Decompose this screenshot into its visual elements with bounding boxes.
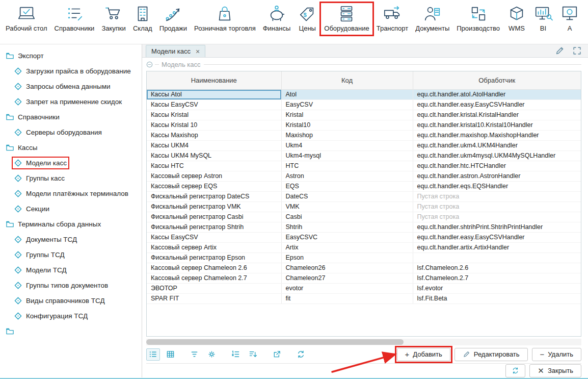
cell-code[interactable]: Maxishop	[281, 130, 413, 140]
table-row[interactable]: Кассы Kristal Kristal equ.clt.handler.kr…	[147, 110, 581, 120]
table-row[interactable]: Кассы UKM4 Ukm4 equ.clt.handler.ukm4.UKM…	[147, 140, 581, 150]
cell-handler[interactable]: equ.clt.handler.shtrihPrint.ShtrihPrintH…	[413, 222, 581, 232]
cell-handler[interactable]: lsf.Chameleon.2.7	[413, 273, 581, 283]
nav-item-sales[interactable]: Продажи	[156, 3, 191, 35]
edit-button[interactable]: Редактировать	[455, 348, 528, 361]
delete-button[interactable]: − Удалить	[532, 348, 581, 361]
nav-item-equipment[interactable]: Оборудование	[320, 3, 372, 35]
cell-handler[interactable]: equ.clt.handler.htc.HTCHandler	[413, 161, 581, 171]
cell-handler[interactable]: Пустая строка	[413, 191, 581, 201]
table-row[interactable]: Кассовый сервер Chameleon 2.6 Chameleon2…	[147, 263, 581, 273]
cell-name[interactable]: Кассы Atol	[147, 89, 281, 99]
grid-view-icon[interactable]	[164, 348, 177, 361]
cell-name[interactable]: Фискальный регистратор Casbi	[147, 212, 281, 222]
cell-code[interactable]: Astron	[281, 171, 413, 181]
cell-handler[interactable]: equ.clt.handler.atol.AtolHandler	[413, 89, 581, 99]
cell-code[interactable]: Artix	[281, 242, 413, 252]
cell-name[interactable]: Кассовый сервер Chameleon 2.7	[147, 273, 281, 283]
cell-name[interactable]: Кассы Kristal 10	[147, 120, 281, 130]
sidebar-item[interactable]: Справочники	[0, 109, 142, 124]
table-row[interactable]: Кассы HTC HTC equ.clt.handler.htc.HTCHan…	[147, 161, 581, 171]
nav-item-purchases[interactable]: Закупки	[98, 3, 129, 35]
table-row[interactable]: Фискальный регистратор Casbi Casbi Пуста…	[147, 212, 581, 222]
cell-name[interactable]: SPAR FIT	[147, 293, 281, 304]
nav-item-documents[interactable]: Документы	[412, 3, 453, 35]
sidebar-item[interactable]: Секции	[0, 201, 142, 216]
cell-code[interactable]: EasyCSV	[281, 99, 413, 110]
nav-item-finance[interactable]: Финансы	[259, 3, 295, 35]
cell-code[interactable]: Chameleon27	[281, 273, 413, 283]
table-row[interactable]: Кассовый сервер Astron Astron equ.clt.ha…	[147, 171, 581, 181]
cell-handler[interactable]: equ.clt.handler.easy.EasyCSVHandler	[413, 232, 581, 242]
cell-name[interactable]: Кассы EasyCSV	[147, 232, 281, 242]
nav-item-production[interactable]: Производство	[453, 3, 503, 35]
cell-handler[interactable]: Пустая строка	[413, 212, 581, 222]
table-row[interactable]: Кассы EasyCSV EasyCSVC equ.clt.handler.e…	[147, 232, 581, 242]
add-button[interactable]: + Добавить	[397, 348, 450, 361]
cell-code[interactable]: Kristal	[281, 110, 413, 120]
sidebar-item[interactable]: Загрузки прайса в оборудование	[0, 63, 142, 79]
sidebar-item[interactable]: Конфигурация ТСД	[0, 308, 142, 323]
sidebar-item[interactable]: Модели ТСД	[0, 262, 142, 277]
cell-code[interactable]: Ukm4-mysql	[281, 150, 413, 161]
nav-item-partial[interactable]: А	[556, 3, 583, 35]
sidebar-item[interactable]: Экспорт	[0, 48, 142, 63]
column-header-handler[interactable]: Обработчик	[413, 71, 581, 89]
cell-handler[interactable]: equ.clt.handler.astron.AstronHandler	[413, 171, 581, 181]
nav-item-transport[interactable]: Транспорт	[373, 3, 412, 35]
cell-handler[interactable]: equ.clt.handler.kristal.KristalHandler	[413, 110, 581, 120]
cell-name[interactable]: Кассовый сервер Chameleon 2.6	[147, 263, 281, 273]
sidebar-item[interactable]: Виды справочников ТСД	[0, 293, 142, 308]
cell-name[interactable]: Кассы UKM4 MySQL	[147, 150, 281, 161]
cell-code[interactable]: fit	[281, 293, 413, 304]
table-row[interactable]: Фискальный регистратор Epson Epson	[147, 252, 581, 263]
sync-icon[interactable]	[294, 348, 308, 361]
cell-handler[interactable]: equ.clt.handler.maxishop.MaxishopHandler	[413, 130, 581, 140]
cell-code[interactable]: evotor	[281, 283, 413, 293]
open-external-icon[interactable]	[270, 348, 284, 361]
cell-handler[interactable]	[413, 252, 581, 263]
table-row[interactable]: Кассовый сервер Chameleon 2.7 Chameleon2…	[147, 273, 581, 283]
cell-code[interactable]: DateCS	[281, 191, 413, 201]
table-row[interactable]: ЭВОТОР evotor lsf.evotor	[147, 283, 581, 293]
sidebar-item[interactable]: Запросы обмена данными	[0, 79, 142, 94]
column-header-code[interactable]: Код	[281, 71, 413, 89]
nav-item-references[interactable]: Справочники	[51, 3, 98, 35]
cell-code[interactable]: Ukm4	[281, 140, 413, 150]
table-row[interactable]: SPAR FIT fit lsf.Fit.Beta	[147, 293, 581, 304]
cell-handler[interactable]: lsf.Chameleon.2.6	[413, 263, 581, 273]
cell-code[interactable]: Casbi	[281, 212, 413, 222]
cell-handler[interactable]: lsf.evotor	[413, 283, 581, 293]
cell-name[interactable]: Кассовый сервер Artix	[147, 242, 281, 252]
cell-code[interactable]: Atol	[281, 89, 413, 99]
table-row[interactable]: Кассы EasyCSV EasyCSV equ.clt.handler.ea…	[147, 99, 581, 110]
table-row[interactable]: Кассы UKM4 MySQL Ukm4-mysql equ.clt.hand…	[147, 150, 581, 161]
sidebar-item[interactable]: Запрет на применение скидок	[0, 94, 142, 109]
column-header-name[interactable]: Наименование	[147, 71, 281, 89]
cell-handler[interactable]: equ.clt.handler.kristal10.Kristal10Handl…	[413, 120, 581, 130]
cell-handler[interactable]: lsf.Fit.Beta	[413, 293, 581, 304]
cell-name[interactable]: Кассы Maxishop	[147, 130, 281, 140]
nav-item-desktop[interactable]: Рабочий стол	[2, 3, 51, 35]
list-view-icon[interactable]	[146, 348, 160, 361]
cell-code[interactable]: Kristal10	[281, 120, 413, 130]
table-row[interactable]: Фискальный регистратор Shtrih Shtrih equ…	[147, 222, 581, 232]
cell-handler[interactable]: Пустая строка	[413, 201, 581, 212]
nav-item-prices[interactable]: $ Цены	[294, 3, 320, 35]
cell-code[interactable]: Shtrih	[281, 222, 413, 232]
cell-name[interactable]: ЭВОТОР	[147, 283, 281, 293]
cell-handler[interactable]: equ.clt.handler.easy.EasyCSVHandler	[413, 99, 581, 110]
cell-handler[interactable]: equ.clt.handler.ukm4mysql.UKM4MySQLHandl…	[413, 150, 581, 161]
cell-code[interactable]: VMK	[281, 201, 413, 212]
tab-cash-models[interactable]: Модели касс ×	[146, 45, 205, 57]
horizontal-scrollbar[interactable]	[146, 339, 581, 345]
cell-name[interactable]: Фискальный регистратор VMK	[147, 201, 281, 212]
cell-handler[interactable]: equ.clt.handler.eqs.EQSHandler	[413, 181, 581, 191]
table-row[interactable]: Кассы Kristal 10 Kristal10 equ.clt.handl…	[147, 120, 581, 130]
cell-name[interactable]: Кассы EasyCSV	[147, 99, 281, 110]
filter-icon[interactable]	[188, 348, 201, 361]
nav-item-wms[interactable]: WMS	[503, 3, 530, 35]
cell-name[interactable]: Фискальный регистратор Epson	[147, 252, 281, 263]
sidebar-item[interactable]: Группы ТСД	[0, 247, 142, 262]
tab-close-icon[interactable]: ×	[196, 48, 200, 55]
